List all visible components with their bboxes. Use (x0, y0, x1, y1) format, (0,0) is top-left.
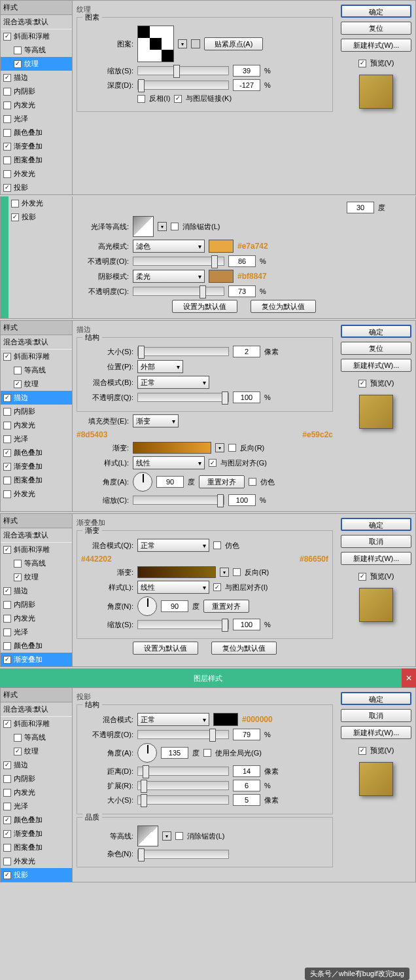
gloss-contour[interactable] (133, 216, 154, 237)
antialias-checkbox[interactable] (175, 832, 183, 840)
contour-dropdown[interactable]: ▾ (158, 222, 167, 231)
style-satin[interactable]: 光泽 (1, 112, 72, 126)
highlight-color[interactable] (209, 240, 234, 253)
style-drop-shadow[interactable]: 投影 (1, 181, 72, 194)
checkbox[interactable] (3, 184, 11, 192)
ok-button[interactable]: 确定 (341, 325, 411, 338)
checkbox[interactable] (11, 200, 19, 208)
depth-input[interactable]: -127 (233, 79, 260, 91)
invert-checkbox[interactable] (137, 95, 145, 103)
blend-mode-select[interactable]: 正常 (137, 713, 209, 726)
highlight-mode-select[interactable]: 滤色 (133, 240, 205, 253)
checkbox[interactable] (14, 60, 22, 68)
cancel-button[interactable]: 取消 (341, 709, 411, 722)
depth-slider[interactable] (137, 81, 229, 90)
checkbox[interactable] (3, 115, 11, 123)
shadow-color[interactable] (209, 270, 234, 283)
antialias-checkbox[interactable] (171, 223, 179, 230)
style-pattern-overlay[interactable]: 图案叠加 (1, 153, 72, 167)
opacity-slider[interactable] (137, 393, 229, 402)
ok-button[interactable]: 确定 (341, 518, 411, 531)
style-bevel[interactable]: 斜面和浮雕 (1, 29, 72, 43)
reset-button[interactable]: 复位 (341, 342, 411, 355)
new-style-button[interactable]: 新建样式(W)... (341, 39, 411, 52)
reset-align-button[interactable]: 重置对齐 (203, 600, 249, 613)
snap-origin-button[interactable]: 贴紧原点(A) (204, 37, 263, 50)
pattern-swatch[interactable] (137, 26, 174, 62)
blend-mode-select[interactable]: 正常 (137, 539, 209, 552)
scale-slider[interactable] (137, 620, 229, 629)
style-outer-glow[interactable]: 外发光 (9, 196, 72, 210)
highlight-opacity-slider[interactable] (133, 257, 224, 266)
fill-type-select[interactable]: 渐变 (133, 414, 179, 427)
size-slider[interactable] (137, 795, 229, 805)
contour-swatch[interactable] (137, 826, 158, 846)
shadow-opacity-input[interactable]: 73 (228, 285, 256, 297)
dither-checkbox[interactable] (213, 541, 221, 549)
position-select[interactable]: 外部 (137, 360, 183, 373)
distance-slider[interactable] (137, 767, 229, 776)
checkbox[interactable] (11, 213, 19, 221)
global-light-checkbox[interactable] (203, 749, 211, 757)
checkbox[interactable] (3, 33, 11, 41)
style-texture[interactable]: 纹理 (1, 57, 72, 71)
shadow-opacity-slider[interactable] (133, 287, 224, 296)
style-stroke[interactable]: 描边 (1, 391, 72, 405)
cancel-button[interactable]: 取消 (341, 535, 411, 548)
style-drop-shadow[interactable]: 投影 (9, 210, 72, 224)
style-outer-glow[interactable]: 外发光 (1, 167, 72, 181)
opacity-slider[interactable] (137, 730, 229, 739)
reset-default-button[interactable]: 复位为默认值 (211, 642, 277, 655)
style-stroke[interactable]: 描边 (1, 71, 72, 84)
shadow-color[interactable] (213, 713, 238, 726)
style-gradient-overlay[interactable]: 渐变叠加 (1, 653, 72, 666)
reverse-checkbox[interactable] (233, 568, 241, 576)
angle-dial[interactable] (137, 596, 157, 616)
checkbox[interactable] (3, 170, 11, 178)
style-select[interactable]: 线性 (133, 456, 205, 469)
shadow-mode-select[interactable]: 柔光 (133, 270, 205, 283)
highlight-opacity-input[interactable]: 86 (228, 255, 256, 267)
pattern-dropdown[interactable]: ▾ (178, 39, 187, 48)
blend-options[interactable]: 混合选项:默认 (1, 15, 72, 29)
ok-button[interactable]: 确定 (341, 692, 411, 705)
spread-slider[interactable] (137, 781, 229, 790)
angle-dial[interactable] (137, 743, 157, 763)
style-inner-glow[interactable]: 内发光 (1, 98, 72, 112)
style-contour[interactable]: 等高线 (1, 43, 72, 57)
checkbox[interactable] (3, 101, 11, 109)
new-style-button[interactable]: 新建样式(W)... (341, 552, 411, 565)
ok-button[interactable]: 确定 (341, 5, 411, 18)
blend-mode-select[interactable]: 正常 (137, 376, 209, 389)
scale-slider[interactable] (137, 66, 229, 75)
reset-align-button[interactable]: 重置对齐 (199, 475, 245, 488)
set-default-button[interactable]: 设置为默认值 (133, 642, 198, 655)
checkbox[interactable] (3, 74, 11, 82)
scale-slider[interactable] (133, 496, 224, 505)
new-style-button[interactable]: 新建样式(W)... (341, 726, 411, 739)
gradient-swatch[interactable] (137, 566, 216, 578)
style-color-overlay[interactable]: 颜色叠加 (1, 126, 72, 139)
checkbox[interactable] (3, 129, 11, 137)
style-select[interactable]: 线性 (137, 581, 209, 594)
angle-dial[interactable] (133, 472, 152, 492)
align-checkbox[interactable] (213, 583, 221, 591)
checkbox[interactable] (14, 46, 22, 54)
reset-button[interactable]: 复位 (341, 22, 411, 35)
new-style-button[interactable]: 新建样式(W)... (341, 359, 411, 372)
scale-input[interactable]: 39 (233, 65, 260, 77)
link-layer-checkbox[interactable] (174, 95, 182, 103)
gradient-swatch[interactable] (133, 442, 211, 454)
new-pattern-icon[interactable] (191, 39, 200, 48)
checkbox[interactable] (3, 88, 11, 96)
reverse-checkbox[interactable] (228, 444, 236, 452)
align-checkbox[interactable] (209, 459, 217, 467)
preview-checkbox[interactable] (358, 60, 366, 67)
checkbox[interactable] (3, 156, 11, 164)
angle-input[interactable]: 30 (347, 202, 374, 213)
size-slider[interactable] (137, 347, 229, 356)
checkbox[interactable] (3, 143, 11, 151)
set-default-button[interactable]: 设置为默认值 (172, 300, 237, 313)
style-gradient-overlay[interactable]: 渐变叠加 (1, 139, 72, 153)
noise-slider[interactable] (137, 850, 229, 859)
